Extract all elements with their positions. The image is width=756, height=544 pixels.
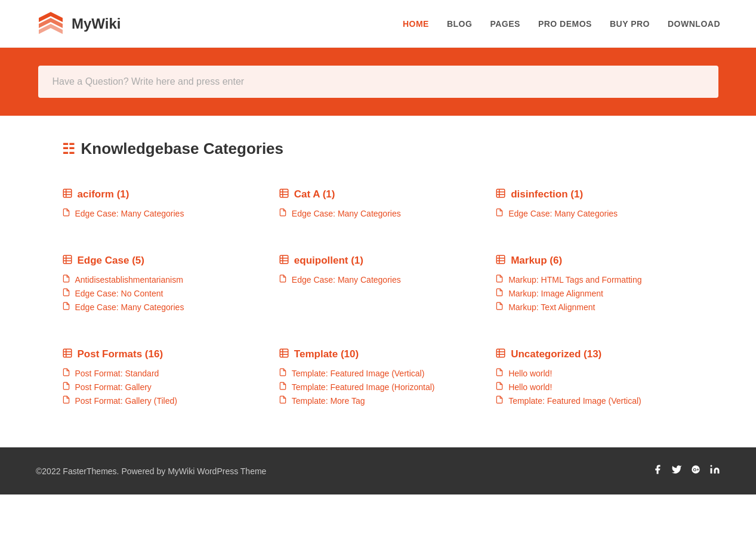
category-items-0: Edge Case: Many Categories (62, 208, 261, 218)
nav-item-pages[interactable]: PAGES (490, 19, 520, 29)
category-title-6[interactable]: Post Formats (16) (62, 348, 261, 361)
svg-point-40 (711, 465, 712, 467)
category-block-3: Edge Case (5)Antidisestablishmentarianis… (62, 248, 261, 318)
doc-icon (279, 382, 287, 392)
doc-icon (495, 368, 504, 378)
category-item-link[interactable]: Edge Case: No Content (75, 289, 163, 298)
category-item-link[interactable]: Edge Case: Many Categories (508, 209, 618, 218)
facebook-icon[interactable] (652, 464, 663, 478)
googleplus-icon[interactable]: G+ (690, 464, 701, 478)
category-list-icon-1 (279, 188, 289, 201)
category-item-link[interactable]: Post Format: Gallery (75, 382, 152, 392)
category-list-icon-2 (495, 188, 506, 201)
categories-grid: aciform (1)Edge Case: Many CategoriesCat… (62, 182, 695, 412)
category-items-4: Edge Case: Many Categories (279, 274, 477, 285)
category-item-link[interactable]: Template: More Tag (292, 396, 365, 406)
list-item: Template: Featured Image (Horizontal) (279, 382, 477, 392)
category-item-link[interactable]: Hello world! (508, 382, 552, 392)
svg-rect-27 (63, 349, 72, 357)
doc-icon (495, 288, 504, 298)
doc-icon (62, 382, 70, 392)
category-list-icon-8 (495, 348, 506, 361)
category-title-2[interactable]: disinfection (1) (495, 188, 694, 201)
linkedin-icon[interactable] (709, 464, 720, 478)
doc-icon (62, 302, 70, 312)
category-title-8[interactable]: Uncategorized (13) (495, 348, 694, 361)
category-block-0: aciform (1)Edge Case: Many Categories (62, 182, 261, 224)
search-container (38, 66, 718, 98)
category-item-link[interactable]: Edge Case: Many Categories (292, 209, 401, 218)
category-item-link[interactable]: Edge Case: Many Categories (75, 302, 184, 312)
category-items-8: Hello world!Hello world!Template: Featur… (495, 368, 694, 406)
logo-link[interactable]: MyWiki (36, 9, 121, 39)
doc-icon (62, 208, 70, 218)
list-item: Template: More Tag (279, 395, 477, 406)
category-item-link[interactable]: Edge Case: Many Categories (75, 209, 184, 218)
category-list-icon-7 (279, 348, 289, 361)
category-title-7[interactable]: Template (10) (279, 348, 477, 361)
svg-rect-31 (280, 349, 288, 357)
social-icons: G+ (652, 464, 720, 478)
nav-item-buy-pro[interactable]: BUY PRO (610, 19, 650, 29)
list-item: Markup: HTML Tags and Formatting (495, 274, 694, 285)
category-items-1: Edge Case: Many Categories (279, 208, 477, 218)
footer-copy: ©2022 FasterThemes. Powered by MyWiki Wo… (36, 466, 266, 476)
doc-icon (279, 274, 287, 285)
category-block-6: Post Formats (16)Post Format: StandardPo… (62, 342, 261, 412)
category-label-4: equipollent (1) (294, 255, 363, 267)
category-items-3: AntidisestablishmentarianismEdge Case: N… (62, 274, 261, 312)
logo-icon (36, 9, 66, 39)
nav-item-home[interactable]: HOME (403, 19, 429, 29)
category-item-link[interactable]: Template: Featured Image (Horizontal) (292, 382, 435, 392)
category-label-2: disinfection (1) (511, 188, 583, 200)
site-footer: ©2022 FasterThemes. Powered by MyWiki Wo… (0, 447, 756, 494)
category-item-link[interactable]: Post Format: Gallery (Tiled) (75, 396, 177, 406)
category-list-icon-5 (495, 254, 506, 267)
main-content: ☷ Knowledgebase Categories aciform (1)Ed… (26, 116, 730, 447)
list-item: Markup: Image Alignment (495, 288, 694, 298)
list-item: Edge Case: Many Categories (495, 208, 694, 218)
main-nav: HOMEBLOGPAGESPRO DEMOSBUY PRODOWNLOAD (403, 19, 720, 29)
doc-icon (279, 395, 287, 406)
category-title-5[interactable]: Markup (6) (495, 254, 694, 267)
category-title-4[interactable]: equipollent (1) (279, 254, 477, 267)
list-item: Edge Case: Many Categories (62, 302, 261, 312)
category-label-8: Uncategorized (13) (511, 348, 601, 360)
doc-icon (62, 368, 70, 378)
svg-rect-3 (63, 189, 72, 197)
nav-item-blog[interactable]: BLOG (447, 19, 472, 29)
logo-text: MyWiki (72, 16, 121, 32)
category-title-0[interactable]: aciform (1) (62, 188, 261, 201)
category-block-2: disinfection (1)Edge Case: Many Categori… (495, 182, 694, 224)
category-block-5: Markup (6)Markup: HTML Tags and Formatti… (495, 248, 694, 318)
twitter-icon[interactable] (671, 464, 682, 478)
svg-rect-19 (280, 255, 288, 264)
list-item: Edge Case: No Content (62, 288, 261, 298)
category-item-link[interactable]: Markup: Text Alignment (508, 302, 595, 312)
category-block-7: Template (10)Template: Featured Image (V… (279, 342, 477, 412)
folder-icon: ☷ (62, 141, 75, 157)
nav-item-download[interactable]: DOWNLOAD (668, 19, 720, 29)
list-item: Markup: Text Alignment (495, 302, 694, 312)
category-list-icon-4 (279, 254, 289, 267)
list-item: Post Format: Standard (62, 368, 261, 378)
category-item-link[interactable]: Hello world! (508, 369, 552, 378)
category-item-link[interactable]: Post Format: Standard (75, 369, 159, 378)
search-input[interactable] (38, 66, 718, 98)
category-item-link[interactable]: Antidisestablishmentarianism (75, 275, 183, 285)
nav-item-pro-demos[interactable]: PRO DEMOS (538, 19, 592, 29)
site-header: MyWiki HOMEBLOGPAGESPRO DEMOSBUY PRODOWN… (0, 0, 756, 48)
category-item-link[interactable]: Template: Featured Image (Vertical) (508, 396, 641, 406)
hero-section (0, 48, 756, 116)
doc-icon (495, 382, 504, 392)
category-title-3[interactable]: Edge Case (5) (62, 254, 261, 267)
category-item-link[interactable]: Edge Case: Many Categories (292, 275, 401, 285)
category-item-link[interactable]: Markup: HTML Tags and Formatting (508, 275, 641, 285)
category-item-link[interactable]: Template: Featured Image (Vertical) (292, 369, 425, 378)
doc-icon (279, 208, 287, 218)
category-items-7: Template: Featured Image (Vertical)Templ… (279, 368, 477, 406)
category-title-1[interactable]: Cat A (1) (279, 188, 477, 201)
list-item: Post Format: Gallery (62, 382, 261, 392)
category-item-link[interactable]: Markup: Image Alignment (508, 289, 603, 298)
category-list-icon-6 (62, 348, 73, 361)
